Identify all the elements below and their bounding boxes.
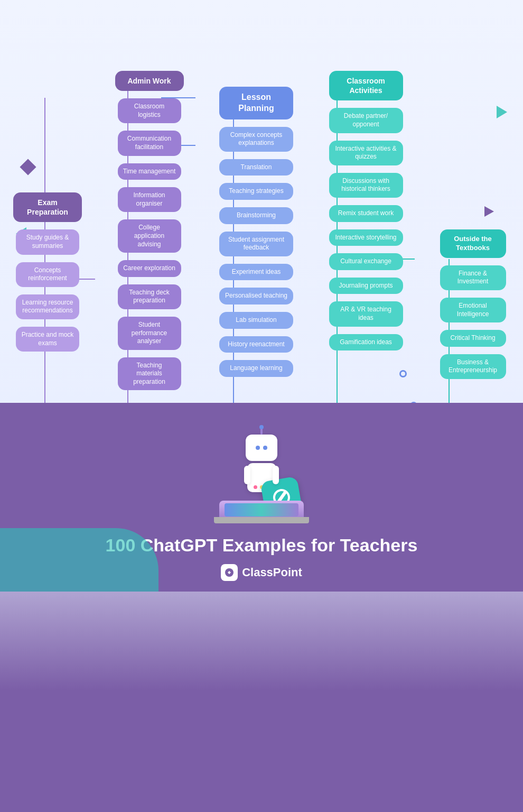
item-classroom-5: Interactive storytelling	[329, 229, 403, 246]
item-classroom-4: Remix student work	[329, 205, 403, 222]
columns-container: Exam Preparation Study guides & summarie…	[0, 32, 523, 392]
item-outside-2: Emotional Intelligence	[440, 298, 506, 322]
item-classroom-1: Debate partner/ opponent	[329, 108, 403, 133]
item-lesson-3: Teaching strategies	[219, 183, 293, 200]
column-exam: Exam Preparation Study guides & summarie…	[16, 32, 79, 354]
deco-dot-1	[399, 370, 407, 377]
robot-head	[246, 435, 277, 461]
item-admin-1: Classroom logistics	[118, 98, 181, 123]
item-lesson-6: Experiment ideas	[219, 264, 293, 281]
column-admin: Admin Work Classroom logistics Communica…	[115, 32, 184, 392]
wave-teal	[0, 528, 158, 592]
robot-arm-right	[273, 466, 279, 484]
item-exam-2: Concepts reinforcement	[16, 262, 79, 287]
item-lesson-8: Lab simulation	[219, 312, 293, 329]
phone	[219, 501, 304, 519]
item-lesson-4: Brainstorming	[219, 207, 293, 224]
column-classroom: Classroom Activities Debate partner/ opp…	[329, 32, 403, 353]
item-lesson-7: Personalised teaching	[219, 288, 293, 304]
item-admin-8: Student performance analyser	[118, 317, 181, 350]
column-lesson: Lesson Planning Complex concepts explana…	[219, 32, 293, 379]
robot-dot-pink	[254, 485, 257, 489]
item-classroom-7: Journaling prompts	[329, 278, 403, 294]
robot-antenna	[260, 427, 263, 435]
header-outside: Outside the Textbooks	[440, 229, 506, 258]
robot-eye-left	[256, 446, 260, 450]
item-outside-3: Critical Thinking	[440, 330, 506, 347]
brand-name: ClassPoint	[242, 566, 302, 579]
item-classroom-6: Cultural exchange	[329, 253, 403, 270]
item-admin-7: Teaching deck preparation	[118, 284, 181, 309]
item-exam-3: Learning resource recommendations	[16, 294, 79, 319]
cp-icon	[221, 564, 238, 581]
item-admin-9: Teaching materials preparation	[118, 357, 181, 391]
item-classroom-2: Interactive activities & quizzes	[329, 141, 403, 165]
page-wrapper: Exam Preparation Study guides & summarie…	[0, 0, 523, 592]
item-lesson-2: Translation	[219, 159, 293, 176]
item-exam-4: Practice and mock exams	[16, 327, 79, 352]
item-outside-1: Finance & Investment	[440, 265, 506, 290]
column-outside: Outside the Textbooks Finance & Investme…	[438, 32, 507, 381]
item-classroom-3: Discussions with historical thinkers	[329, 173, 403, 198]
item-lesson-1: Complex concepts explanations	[219, 127, 293, 152]
phone-base	[214, 517, 309, 523]
header-lesson: Lesson Planning	[219, 87, 293, 119]
item-classroom-9: Gamification ideas	[329, 334, 403, 351]
header-exam: Exam Preparation	[13, 192, 82, 222]
item-outside-4: Business & Entrepreneurship	[440, 354, 506, 379]
item-lesson-9: History reenactment	[219, 336, 293, 353]
robot-eye-right	[263, 446, 267, 450]
phone-screen	[225, 503, 298, 516]
item-exam-1: Study guides & summaries	[16, 229, 79, 254]
infographic: Exam Preparation Study guides & summarie…	[0, 0, 523, 403]
header-admin: Admin Work	[115, 71, 184, 91]
bottom-section: 100 ChatGPT Examples for Teachers ClassP…	[0, 403, 523, 592]
cp-svg	[224, 567, 235, 578]
item-admin-3: Time management	[118, 163, 181, 180]
item-admin-4: Information organiser	[118, 187, 181, 212]
item-admin-2: Communication facilitation	[118, 131, 181, 155]
item-admin-5: College application advising	[118, 219, 181, 253]
item-lesson-5: Student assignment feedback	[219, 232, 293, 256]
item-admin-6: Career exploration	[118, 260, 181, 277]
robot-arm-left	[244, 466, 250, 484]
robot-area	[0, 413, 523, 519]
header-classroom: Classroom Activities	[329, 71, 403, 100]
item-lesson-10: Language learning	[219, 360, 293, 377]
item-classroom-8: AR & VR teaching ideas	[329, 301, 403, 326]
